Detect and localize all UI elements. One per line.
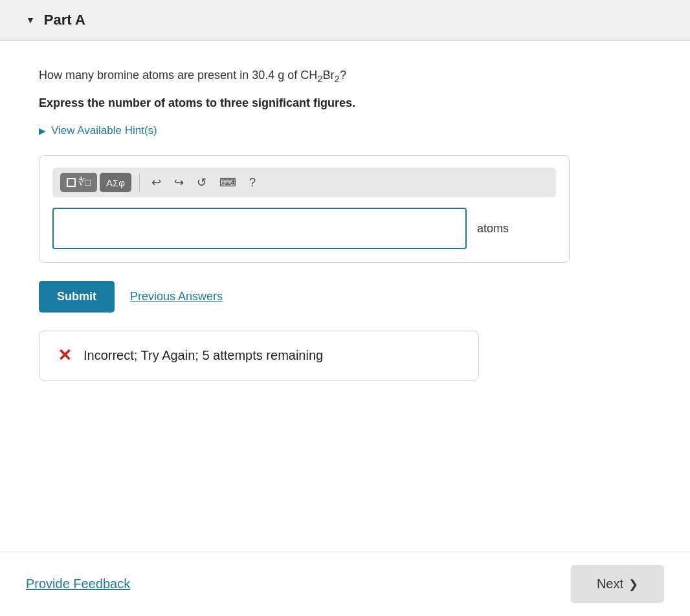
math-toolbar: ∜□ ΑΣφ ↩ ↪ ↺ ⌨	[52, 168, 556, 197]
provide-feedback-button[interactable]: Provide Feedback	[26, 577, 130, 591]
bottom-bar: Provide Feedback Next ❯	[0, 551, 690, 616]
provide-feedback-label: Provide Feedback	[26, 577, 130, 591]
undo-icon: ↩	[151, 176, 161, 189]
page-container: ▼ Part A How many bromine atoms are pres…	[0, 0, 690, 616]
feedback-box: ✕ Incorrect; Try Again; 5 attempts remai…	[39, 331, 479, 380]
part-title: Part A	[44, 12, 85, 28]
answer-row: atoms	[52, 208, 556, 249]
part-header: ▼ Part A	[0, 0, 690, 41]
answer-input[interactable]	[52, 208, 467, 249]
input-container: ∜□ ΑΣφ ↩ ↪ ↺ ⌨	[39, 155, 570, 263]
redo-button[interactable]: ↪	[170, 173, 188, 192]
previous-answers-label: Previous Answers	[130, 290, 223, 303]
next-label: Next	[597, 577, 623, 591]
previous-answers-button[interactable]: Previous Answers	[130, 290, 223, 303]
submit-button[interactable]: Submit	[39, 281, 115, 313]
undo-button[interactable]: ↩	[148, 173, 165, 192]
collapse-arrow-icon[interactable]: ▼	[26, 15, 35, 25]
hint-label: View Available Hint(s)	[51, 124, 157, 137]
question-emphasis: Express the number of atoms to three sig…	[39, 96, 651, 110]
refresh-icon: ↺	[197, 176, 206, 189]
submit-row: Submit Previous Answers	[39, 281, 651, 313]
toolbar-separator	[139, 173, 140, 192]
question-text: How many bromine atoms are present in 30…	[39, 67, 651, 86]
next-chevron-icon: ❯	[629, 577, 638, 591]
radical-button[interactable]: ∜□	[60, 173, 97, 192]
toolbar-btn-group: ∜□ ΑΣφ	[60, 173, 131, 192]
redo-icon: ↪	[174, 176, 184, 189]
incorrect-icon: ✕	[58, 346, 72, 366]
next-button[interactable]: Next ❯	[571, 565, 664, 603]
feedback-text: Incorrect; Try Again; 5 attempts remaini…	[83, 348, 323, 363]
submit-label: Submit	[57, 290, 96, 303]
square-icon	[67, 178, 76, 187]
help-button[interactable]: ?	[245, 173, 260, 192]
keyboard-icon: ⌨	[219, 176, 236, 189]
greek-symbols-button[interactable]: ΑΣφ	[100, 173, 131, 192]
radical-icon: ∜□	[78, 177, 91, 188]
hint-arrow-icon: ▶	[39, 126, 46, 136]
refresh-button[interactable]: ↺	[193, 173, 210, 192]
chemical-formula: CH2Br2	[300, 69, 340, 82]
greek-label: ΑΣφ	[106, 177, 125, 188]
keyboard-button[interactable]: ⌨	[216, 173, 240, 192]
main-content: How many bromine atoms are present in 30…	[0, 41, 690, 551]
hint-link[interactable]: ▶ View Available Hint(s)	[39, 124, 651, 137]
help-icon: ?	[249, 176, 256, 189]
answer-unit: atoms	[477, 222, 509, 236]
